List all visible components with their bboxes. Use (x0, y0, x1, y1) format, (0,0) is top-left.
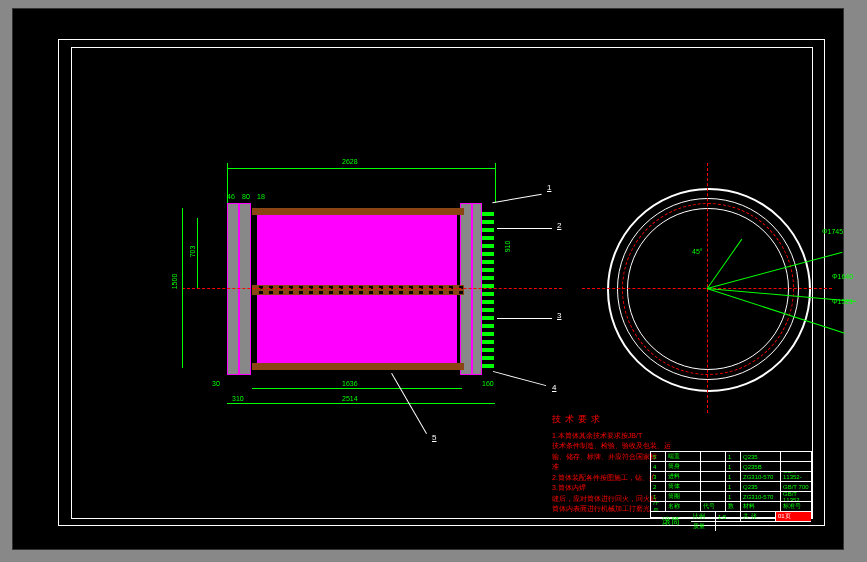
liner-bottom (252, 363, 464, 370)
liner-center-lower (252, 290, 464, 295)
bom-row-1: 1 筒圈 1 ZG310-570 GB/T 11352 (651, 492, 811, 502)
dim-left-height: 1500 (171, 274, 178, 290)
scale-value: 1:5 (716, 512, 741, 521)
bom-header: 序号 名称 代号 数 材料 标准号 (651, 502, 811, 512)
dim-left-inner: 703 (189, 246, 196, 258)
flange-right-outer (472, 203, 482, 375)
label-d2: Φ1640 (832, 273, 853, 280)
dim-line-bot-1 (252, 388, 462, 389)
label-angle: 45° (692, 248, 703, 255)
dim-ext-top-r (495, 163, 496, 203)
mass-value (716, 522, 811, 531)
dim-line-top (227, 168, 495, 169)
bom-row-3: 3 进料 1 ZG310-570 GB/T 11352-2009 (651, 472, 811, 482)
leader-3: 3 (557, 311, 561, 320)
dim-line-left-inner (197, 218, 198, 288)
liner-top (252, 208, 464, 215)
leader-4: 4 (552, 383, 556, 392)
dim-bottom-small-2: 160 (482, 380, 494, 387)
part-name: 滚筒 (651, 512, 691, 530)
bom-row-5: 5 端盖 1 Q235 (651, 452, 811, 462)
dim-top-overall: 2628 (342, 158, 358, 165)
label-d3: Φ1521 (832, 298, 853, 305)
leader-1: 1 (547, 183, 551, 192)
centerline-horizontal (182, 288, 562, 289)
cylinder-body-lower (257, 293, 457, 363)
flange-left-inner (239, 203, 251, 375)
leader-1-line (492, 194, 541, 204)
sheet-value: 01页 (776, 512, 811, 521)
cylinder-body-upper (257, 213, 457, 288)
bom-row-2: 2 筒体 1 Q235 GB/T 700 (651, 482, 811, 492)
dim-flange-1: 46 (227, 193, 235, 200)
tech-line-2: 技术条件制造、检验、验收及包装、运 (552, 441, 712, 452)
leader-3-line (497, 318, 552, 319)
tech-line-1: 1.本筒体其余技术要求按JB/T (552, 431, 712, 442)
dim-top-small-1: 18 (257, 193, 265, 200)
side-elevation-view: 2628 46 80 18 1500 703 910 1636 2514 310… (202, 188, 542, 388)
dim-right-small: 910 (504, 241, 511, 253)
sheet-label: 共 张 (741, 512, 776, 521)
label-d1: Φ1745 (822, 228, 843, 235)
leader-2: 2 (557, 221, 561, 230)
bom-row-4: 4 筒身 1 Q235B (651, 462, 811, 472)
dim-top-small-2: 80 (242, 193, 250, 200)
dim-line-left (182, 208, 183, 368)
mass-label: 质量 (691, 522, 716, 531)
dim-bottom-2: 1636 (342, 380, 358, 387)
dim-bottom-3: 2514 (342, 395, 358, 402)
leader-2-line (497, 228, 552, 229)
leader-4-line (493, 371, 546, 386)
sheet-inner-border: 2628 46 80 18 1500 703 910 1636 2514 310… (71, 47, 813, 519)
dim-line-bot-2 (227, 403, 495, 404)
dim-bottom-1: 310 (232, 395, 244, 402)
scale-label: 比例 (691, 512, 716, 521)
leader-5: 5 (432, 433, 436, 442)
tech-title: 技术要求 (552, 413, 712, 427)
flange-left-outer (227, 203, 239, 375)
end-view: Φ1745 Φ1640 Φ1521 45° (592, 173, 822, 403)
title-block: 5 端盖 1 Q235 4 筒身 1 Q235B 3 进料 1 ZG310-5 (650, 451, 812, 518)
dim-bottom-small-1: 30 (212, 380, 220, 387)
cad-viewport: 2628 46 80 18 1500 703 910 1636 2514 310… (12, 8, 844, 550)
